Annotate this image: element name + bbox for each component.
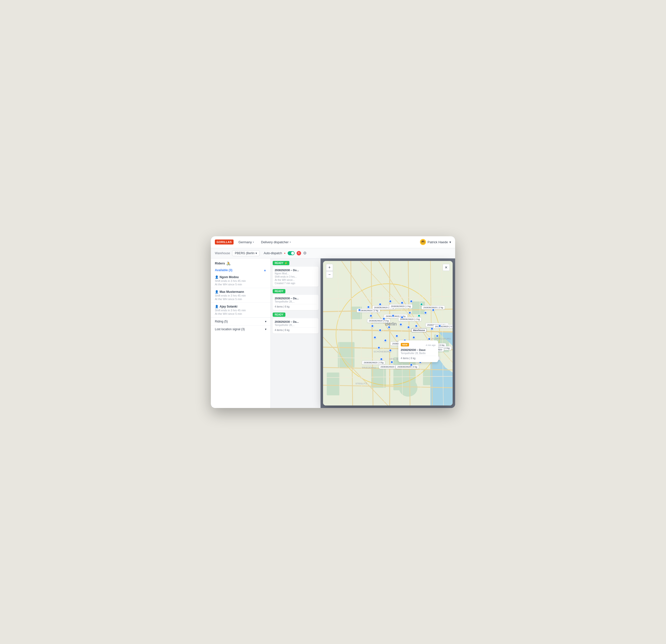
- map-pin: [401, 301, 404, 304]
- user-name: Patrick Haede: [427, 240, 448, 244]
- map-pin: [379, 329, 382, 332]
- order-detail: Shift ends in 3 hrs...: [275, 275, 317, 278]
- map-pin: [379, 303, 382, 306]
- popup-items: 4 items | 6 kg: [401, 356, 436, 360]
- map-pin: [428, 337, 431, 341]
- ready-badge-1: READY ⚡: [273, 261, 290, 265]
- order-wh: At the WH since...: [275, 279, 317, 281]
- map-pin: [390, 361, 393, 364]
- rider-item[interactable]: 👤 Max Mustermann Shift ends in 3 hrs 45 …: [211, 288, 270, 303]
- role-chevron-icon: ▾: [290, 241, 291, 243]
- map-pin: [369, 314, 372, 317]
- riders-label: Riders: [215, 261, 225, 265]
- map-label: 29383829920 | 5 kg: [433, 325, 453, 329]
- map-pin: [415, 325, 418, 328]
- map-label: 29383829920 | 5 kg: [367, 319, 390, 323]
- map-pin-teal: [420, 303, 423, 306]
- rider-shift: Shift ends in 3 hrs 45 min: [215, 309, 266, 312]
- order-popup[interactable]: NEW 4 min ago 2938292030 – Dave Tempelho…: [398, 341, 438, 362]
- auto-dispatch-toggle[interactable]: [287, 251, 295, 255]
- warehouse-dropdown[interactable]: PBERG |Berlin ▾: [232, 250, 260, 256]
- map-pin: [395, 334, 398, 337]
- svg-line-31: [419, 261, 421, 405]
- map-modal: + − ✕ Berlin MITTE HANSAVIERTEL KREUZBER…: [323, 261, 453, 405]
- riders-header: Riders 🚴: [211, 258, 270, 267]
- ready-badge-2: READY: [273, 289, 285, 293]
- order-items: 4 items | 6 kg: [275, 304, 317, 308]
- svg-line-15: [351, 261, 352, 405]
- map-background[interactable]: + − ✕ Berlin MITTE HANSAVIERTEL KREUZBER…: [323, 261, 453, 405]
- svg-line-24: [323, 296, 453, 299]
- map-pin: [407, 326, 410, 329]
- available-label: Available (3): [215, 268, 232, 272]
- zoom-out-button[interactable]: −: [326, 271, 333, 278]
- map-pin: [373, 336, 376, 339]
- warehouse-marker: Warehouse: [411, 328, 427, 332]
- map-label: 29383829920 | 2 kg: [389, 304, 412, 308]
- app-logo: GORILLAS: [215, 240, 233, 244]
- settings-icon[interactable]: ⚙: [303, 251, 306, 256]
- order-card-1[interactable]: 2938292030 – Do... Ngom Mod... Shift end…: [273, 267, 318, 286]
- auto-dispatch-area: Auto-dispatch ● ✕ ⚙: [264, 251, 306, 256]
- order-address: Tempelhofer 28,...: [275, 300, 317, 303]
- order-address: Ngom Mod...: [275, 272, 317, 275]
- role-dropdown[interactable]: Delivery dispatcher ▾: [259, 239, 293, 245]
- riding-chevron-icon: ▾: [265, 320, 266, 323]
- rider-person-icon: 👤: [215, 305, 218, 308]
- map-label: 29383829920 | 3 kg: [362, 361, 385, 365]
- rider-item[interactable]: 👤 Ajay Solanki Shift ends in 3 hrs 45 mi…: [211, 303, 270, 317]
- orders-panel: READY ⚡ 2938292030 – Do... Ngom Mod... S…: [271, 258, 320, 408]
- sub-nav: Warehouse PBERG |Berlin ▾ Auto-dispatch …: [211, 248, 455, 258]
- rider-location: At the WH since 5 min: [215, 312, 266, 315]
- app-window: GORILLAS Germany ▾ Delivery dispatcher ▾…: [211, 236, 455, 408]
- map-pin: [412, 336, 415, 339]
- warehouse-chevron-icon: ▾: [256, 251, 257, 255]
- map-pin: [408, 311, 411, 314]
- map-pin: [424, 311, 427, 314]
- lost-signal-section[interactable]: Lost location signal (3) ▾: [211, 325, 270, 333]
- order-card-2[interactable]: 2938292030 – Da... Tempelhofer 28,... 4 …: [273, 295, 318, 310]
- map-pin: [410, 300, 413, 303]
- order-items: 4 items | 6 kg: [275, 328, 317, 331]
- map-pin: [438, 325, 441, 328]
- map-close-button[interactable]: ✕: [443, 264, 450, 271]
- map-pin: [358, 309, 361, 312]
- rider-location: At the WH since 5 min: [215, 298, 266, 300]
- map-label: 29383829920 | 3 kg: [396, 365, 419, 369]
- auto-dispatch-dot: ●: [284, 252, 285, 255]
- zoom-in-button[interactable]: +: [326, 264, 333, 271]
- map-pin: [431, 327, 434, 330]
- map-pin: [382, 317, 385, 320]
- country-dropdown[interactable]: Germany ▾: [236, 239, 256, 245]
- svg-line-28: [360, 261, 362, 405]
- map-pin: [384, 339, 387, 342]
- ready-badge-3: READY: [273, 313, 285, 317]
- riding-label: Riding (5): [215, 320, 228, 323]
- warehouse-value: PBERG |Berlin: [235, 251, 255, 255]
- lost-signal-label: Lost location signal (3): [215, 328, 245, 331]
- map-pin: [399, 323, 402, 326]
- order-card-3[interactable]: 2938292030 – Da... Tempelhofer 28,... 4 …: [273, 318, 318, 333]
- user-avatar: 🧑: [420, 239, 426, 245]
- map-pin: [367, 306, 370, 309]
- svg-line-11: [323, 329, 453, 332]
- rider-location: At the WH since 5 min: [215, 283, 266, 286]
- map-pin: [410, 363, 413, 366]
- sidebar: Riders 🚴 Available (3) ▲ 👤 Ngom Modou Sh…: [211, 258, 271, 408]
- map-pin: [436, 334, 439, 337]
- popup-address: Tempelhofer 28, Berlin: [401, 352, 436, 355]
- svg-rect-3: [327, 372, 340, 395]
- map-pin: [391, 314, 395, 317]
- order-id: 2938292030 – Do...: [275, 269, 317, 272]
- auto-dispatch-close[interactable]: ✕: [297, 251, 301, 256]
- rider-name: 👤 Max Mustermann: [215, 290, 266, 294]
- rider-item[interactable]: 👤 Ngom Modou Shift ends in 3 hrs 45 min …: [211, 273, 270, 288]
- order-id: 2938292030 – Da...: [275, 297, 317, 300]
- user-area[interactable]: 🧑 Patrick Haede ▾: [420, 239, 451, 245]
- available-section-header[interactable]: Available (3) ▲: [211, 267, 270, 273]
- order-address: Tempelhofer 28,...: [275, 324, 317, 327]
- popup-title: 2938292030 – Dave: [401, 348, 436, 351]
- riding-section[interactable]: Riding (5) ▾: [211, 317, 270, 325]
- rider-name: 👤 Ngom Modou: [215, 275, 266, 279]
- country-label: Germany: [239, 240, 252, 244]
